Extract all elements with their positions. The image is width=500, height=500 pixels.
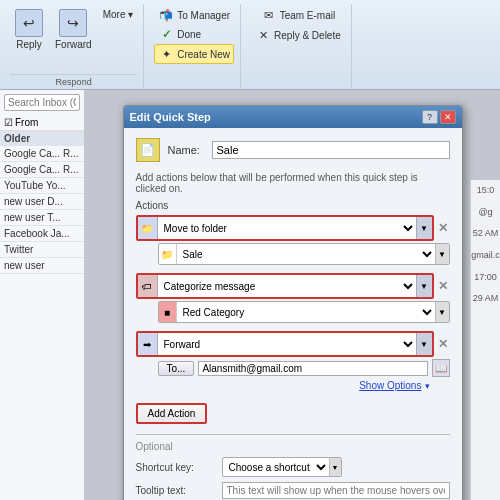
show-options-link[interactable]: Show Options bbox=[359, 380, 421, 391]
optional-section: Optional Shortcut key: Choose a shortcut… bbox=[136, 434, 450, 499]
forward-action-icon: ➡ bbox=[138, 333, 158, 355]
done-icon: ✓ bbox=[158, 26, 174, 42]
time-entry-5: 17:00 bbox=[471, 272, 500, 284]
action-1-select-wrapper: 📁 Move to folder ▼ bbox=[136, 215, 434, 241]
list-item[interactable]: Google Ca... R... bbox=[0, 162, 84, 178]
time-column: 15:0 @g 52 AM gmail.c 17:00 29 AM bbox=[470, 180, 500, 500]
show-options-row: Show Options ▾ bbox=[136, 379, 450, 391]
action-1-select-row: 📁 Move to folder ▼ ✕ bbox=[136, 215, 450, 241]
actions-description: Add actions below that will be performed… bbox=[136, 172, 450, 194]
list-item[interactable]: new user T... bbox=[0, 210, 84, 226]
name-row: 📄 Name: bbox=[136, 138, 450, 162]
shortcut-key-row: Shortcut key: Choose a shortcut ▼ bbox=[136, 457, 450, 477]
to-manager-button[interactable]: 📬 To Manager bbox=[154, 6, 234, 24]
team-email-button[interactable]: ✉ Team E-mail bbox=[257, 6, 340, 24]
reply-button[interactable]: ↩ Reply bbox=[10, 6, 48, 53]
red-category-icon: ■ bbox=[159, 302, 177, 322]
to-button[interactable]: To... bbox=[158, 361, 195, 376]
action-2-delete-button[interactable]: ✕ bbox=[436, 279, 450, 293]
list-item[interactable]: new user bbox=[0, 258, 84, 274]
shortcut-dropdown-arrow[interactable]: ▼ bbox=[329, 458, 341, 476]
name-input[interactable] bbox=[212, 141, 450, 159]
team-email-group: ✉ Team E-mail ✕ Reply & Delete bbox=[245, 4, 352, 89]
tooltip-row: Tooltip text: bbox=[136, 482, 450, 499]
older-section-header: Older bbox=[0, 131, 84, 146]
dialog-body: 📄 Name: Add actions below that will be p… bbox=[124, 128, 462, 500]
from-checkbox-icon: ☑ bbox=[4, 117, 13, 128]
action-1-delete-button[interactable]: ✕ bbox=[436, 221, 450, 235]
shortcut-select-wrapper: Choose a shortcut ▼ bbox=[222, 457, 342, 477]
list-item[interactable]: Twitter bbox=[0, 242, 84, 258]
more-button[interactable]: More ▾ bbox=[99, 8, 138, 21]
from-filter: ☑ From bbox=[0, 115, 84, 131]
time-entry-6: 29 AM bbox=[471, 293, 500, 305]
quick-step-icon: 📄 bbox=[136, 138, 160, 162]
dialog-help-button[interactable]: ? bbox=[422, 110, 438, 124]
action-1-sub-row: 📁 Sale ▼ bbox=[136, 243, 450, 265]
optional-label: Optional bbox=[136, 441, 450, 452]
list-item[interactable]: new user D... bbox=[0, 194, 84, 210]
edit-quick-step-dialog: Edit Quick Step ? ✕ 📄 Name: Add bbox=[123, 105, 463, 500]
left-sidebar: ☑ From Older Google Ca... R... Google Ca… bbox=[0, 90, 85, 500]
dialog-control-buttons: ? ✕ bbox=[422, 110, 456, 124]
action-block-3: ➡ Forward ▼ ✕ To... 📖 bbox=[136, 331, 450, 391]
time-entry-3: 52 AM bbox=[471, 228, 500, 240]
dialog-close-button[interactable]: ✕ bbox=[440, 110, 456, 124]
time-entry-4: gmail.c bbox=[471, 250, 500, 262]
tooltip-label: Tooltip text: bbox=[136, 485, 216, 496]
search-area bbox=[0, 90, 84, 115]
action-1-folder-select[interactable]: Sale bbox=[177, 247, 435, 262]
create-new-icon: ✦ bbox=[158, 46, 174, 62]
more-group: More ▾ bbox=[99, 8, 138, 21]
expand-icon: ▾ bbox=[425, 381, 430, 391]
done-button[interactable]: ✓ Done bbox=[154, 25, 234, 43]
dialog-titlebar: Edit Quick Step ? ✕ bbox=[124, 106, 462, 128]
tooltip-input[interactable] bbox=[222, 482, 450, 499]
list-item[interactable]: Google Ca... R... bbox=[0, 146, 84, 162]
action-2-category-dropdown[interactable]: ▼ bbox=[435, 302, 449, 322]
action-2-select[interactable]: Categorize message bbox=[158, 278, 416, 295]
forward-details: To... 📖 bbox=[136, 359, 450, 377]
address-book-button[interactable]: 📖 bbox=[432, 359, 450, 377]
action-3-dropdown-arrow[interactable]: ▼ bbox=[416, 333, 432, 355]
shortcut-key-label: Shortcut key: bbox=[136, 462, 216, 473]
action-1-select[interactable]: Move to folder bbox=[158, 220, 416, 237]
time-entry-2: @g bbox=[471, 207, 500, 219]
ribbon: ↩ Reply ↪ Forward More ▾ Respond 📬 bbox=[0, 0, 500, 90]
action-3-select[interactable]: Forward bbox=[158, 336, 416, 353]
move-folder-icon: 📁 bbox=[138, 217, 158, 239]
to-email-input[interactable] bbox=[198, 361, 427, 376]
action-2-category-select[interactable]: Red Category bbox=[177, 305, 435, 320]
respond-group: ↩ Reply ↪ Forward More ▾ Respond bbox=[4, 4, 144, 89]
action-2-sub-wrapper: ■ Red Category ▼ bbox=[158, 301, 450, 323]
create-new-button[interactable]: ✦ Create New bbox=[154, 44, 234, 64]
actions-section-label: Actions bbox=[136, 200, 450, 211]
action-block-1: 📁 Move to folder ▼ ✕ 📁 bbox=[136, 215, 450, 265]
reply-icon: ↩ bbox=[15, 9, 43, 37]
list-item[interactable]: YouTube Yo... bbox=[0, 178, 84, 194]
action-1-folder-dropdown[interactable]: ▼ bbox=[435, 244, 449, 264]
list-item[interactable]: Facebook Ja... bbox=[0, 226, 84, 242]
action-2-sub-row: ■ Red Category ▼ bbox=[136, 301, 450, 323]
name-label: Name: bbox=[168, 144, 204, 156]
action-block-2: 🏷 Categorize message ▼ ✕ ■ bbox=[136, 273, 450, 323]
outlook-background: ↩ Reply ↪ Forward More ▾ Respond 📬 bbox=[0, 0, 500, 500]
action-1-sub-wrapper: 📁 Sale ▼ bbox=[158, 243, 450, 265]
to-manager-icon: 📬 bbox=[158, 7, 174, 23]
forward-icon: ↪ bbox=[59, 9, 87, 37]
action-1-dropdown-arrow[interactable]: ▼ bbox=[416, 217, 432, 239]
quick-steps-group: 📬 To Manager ✓ Done ✦ Create New bbox=[148, 4, 241, 89]
action-3-delete-button[interactable]: ✕ bbox=[436, 337, 450, 351]
reply-delete-icon: ✕ bbox=[255, 27, 271, 43]
action-2-dropdown-arrow[interactable]: ▼ bbox=[416, 275, 432, 297]
folder-icon: 📁 bbox=[159, 244, 177, 264]
forward-button[interactable]: ↪ Forward bbox=[50, 6, 97, 53]
reply-delete-button[interactable]: ✕ Reply & Delete bbox=[251, 26, 345, 44]
shortcut-key-select[interactable]: Choose a shortcut bbox=[223, 460, 329, 475]
dialog-overlay: Edit Quick Step ? ✕ 📄 Name: Add bbox=[85, 90, 500, 500]
add-action-button[interactable]: Add Action bbox=[136, 403, 208, 424]
search-input[interactable] bbox=[4, 94, 80, 111]
time-entry-1: 15:0 bbox=[471, 185, 500, 197]
dialog-title: Edit Quick Step bbox=[130, 111, 211, 123]
categorize-icon: 🏷 bbox=[138, 275, 158, 297]
